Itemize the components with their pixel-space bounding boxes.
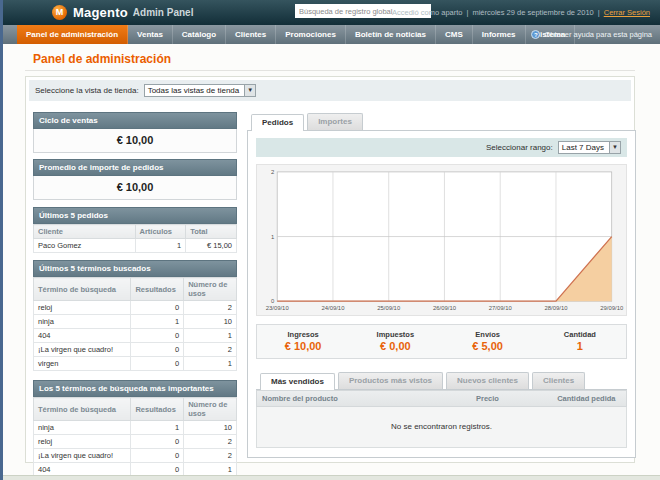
header-separator: | [598,8,600,17]
title-divider [25,70,635,71]
header-separator: | [466,8,468,17]
last-search-terms-table: Término de búsqueda Resultados Número de… [33,277,237,371]
average-orders-value: € 10,00 [33,176,237,200]
nav-item-clientes[interactable]: Clientes [226,25,276,44]
widget-title: Los 5 términos de búsqueda más important… [33,380,237,397]
table-row[interactable]: Paco Gomez 1 € 15,00 [34,239,237,253]
dropdown-arrow-icon: ▼ [609,142,620,153]
svg-text:28/09/10: 28/09/10 [544,305,568,311]
widget-title: Últimos 5 pedidos [33,207,237,224]
tab-nuevos-clientes[interactable]: Nuevos clientes [446,372,529,389]
store-view-select[interactable]: Todas las vistas de tienda ▼ [144,84,257,97]
total-cantidad: Cantidad 1 [534,330,626,352]
table-row[interactable]: virgen 0 1 [34,357,237,371]
orders-chart: 01223/09/1024/09/1025/09/1026/09/1027/09… [256,164,627,316]
table-row[interactable]: ¡La virgen que cuadro! 0 2 [34,343,237,357]
admin-header: M Magento Admin Panel Accedió como apart… [0,0,660,25]
products-grid-header: Nombre del producto Precio Cantidad pedi… [256,390,627,407]
table-row[interactable]: ninja 1 10 [34,315,237,329]
svg-text:25/09/10: 25/09/10 [377,305,401,311]
top-search-terms-table: Término de búsqueda Resultados Número de… [33,397,237,480]
page-footer [0,475,660,480]
nav-item-promociones[interactable]: Promociones [276,25,346,44]
page-title: Panel de administración [33,52,171,66]
lifetime-sales-widget: Ciclo de ventas € 10,00 [33,112,237,153]
svg-text:0: 0 [271,298,275,304]
store-view-label: Seleccione la vista de tienda: [35,86,139,95]
widget-title: Últimos 5 términos buscados [33,260,237,277]
tab-pedidos[interactable]: Pedidos [251,114,304,131]
dashboard-sidebar: Ciclo de ventas € 10,00 Promedio de impo… [33,112,237,480]
logged-in-as: Accedió como aparto [392,8,462,17]
svg-text:24/09/10: 24/09/10 [321,305,345,311]
brand-title: Magento [73,5,128,20]
svg-text:27/09/10: 27/09/10 [489,305,513,311]
orders-chart-svg: 01223/09/1024/09/1025/09/1026/09/1027/09… [256,164,627,316]
nav-item-ventas[interactable]: Ventas [128,25,173,44]
svg-text:23/09/10: 23/09/10 [266,305,290,311]
window-edge [0,0,3,480]
dashboard-main: Pedidos Importes Seleccionar rango: Last… [247,113,636,458]
products-grid-empty: No se encontraron registros. [256,407,627,448]
grid-tabs: Más vendidos Productos más vistos Nuevos… [256,372,627,390]
average-orders-widget: Promedio de importe de pedidos € 10,00 [33,159,237,200]
svg-text:2: 2 [271,169,274,175]
top-search-terms-widget: Los 5 términos de búsqueda más important… [33,380,237,480]
brand-subtitle: Admin Panel [133,7,194,18]
last-orders-widget: Últimos 5 pedidos Cliente Artículos Tota… [33,207,237,253]
main-nav: Panel de administración Ventas Catálogo … [0,25,660,44]
svg-text:29/09/10: 29/09/10 [600,305,624,311]
range-bar: Seleccionar rango: Last 7 Days ▼ [256,138,627,157]
range-label: Seleccionar rango: [486,143,553,152]
svg-text:26/09/10: 26/09/10 [433,305,457,311]
dropdown-arrow-icon: ▼ [244,85,255,96]
lifetime-sales-value: € 10,00 [33,129,237,153]
total-envios: Envíos € 5,00 [442,330,534,352]
help-link[interactable]: ? Obtener ayuda para esta página [531,25,652,44]
total-impuestos: Impuestos € 0,00 [349,330,441,352]
last-orders-table: Cliente Artículos Total Paco Gomez 1 € 1… [33,224,237,253]
diagram-panel: Seleccionar rango: Last 7 Days ▼ 01223/0… [247,131,636,458]
table-row[interactable]: ¡La virgen que cuadro! 0 2 [34,449,237,463]
nav-item-dashboard[interactable]: Panel de administración [17,25,128,44]
svg-text:1: 1 [271,234,274,240]
widget-title: Promedio de importe de pedidos [33,159,237,176]
table-row[interactable]: reloj 0 2 [34,435,237,449]
help-label: Obtener ayuda para esta página [544,30,652,39]
help-icon: ? [531,30,540,39]
table-row[interactable]: ninja 1 10 [34,421,237,435]
range-select[interactable]: Last 7 Days ▼ [558,141,621,154]
last-search-terms-widget: Últimos 5 términos buscados Término de b… [33,260,237,371]
totals-bar: Ingresos € 10,00 Impuestos € 0,00 Envíos… [256,324,627,359]
nav-item-informes[interactable]: Informes [473,25,526,44]
tab-importes[interactable]: Importes [307,113,363,130]
current-date: miércoles 29 de septiembre de 2010 [472,8,593,17]
nav-item-cms[interactable]: CMS [436,25,473,44]
tab-productos-mas-vistos[interactable]: Productos más vistos [338,372,443,389]
logout-link[interactable]: Cerrar Sesión [604,8,650,17]
magento-logo-icon: M [52,5,67,20]
table-row[interactable]: reloj 0 2 [34,301,237,315]
store-view-bar: Seleccione la vista de tienda: Todas las… [29,80,631,101]
tab-clientes[interactable]: Clientes [532,372,585,389]
total-ingresos: Ingresos € 10,00 [257,330,349,352]
nav-item-boletin[interactable]: Boletín de noticias [346,25,436,44]
nav-item-catalogo[interactable]: Catálogo [173,25,226,44]
widget-title: Ciclo de ventas [33,112,237,129]
table-row[interactable]: 404 0 1 [34,329,237,343]
tab-mas-vendidos[interactable]: Más vendidos [260,373,335,390]
diagram-tabs: Pedidos Importes [247,113,636,131]
